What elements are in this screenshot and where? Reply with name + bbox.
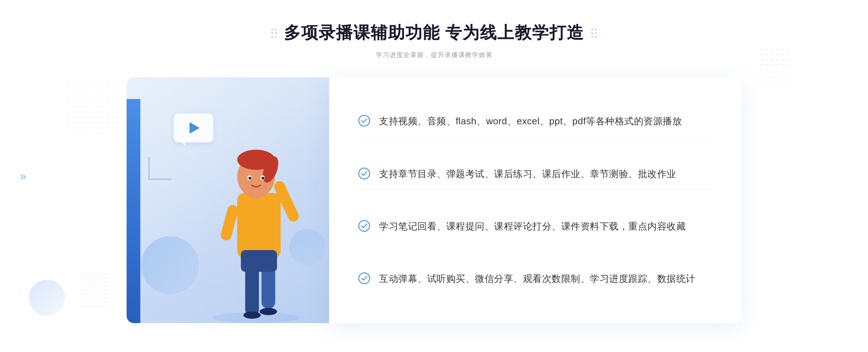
feature-item-1: 支持视频、音频、flash、word、excel、ppt、pdf等各种格式的资源…	[358, 107, 712, 137]
svg-point-18	[359, 168, 370, 179]
svg-point-4	[260, 308, 277, 315]
svg-rect-7	[220, 204, 239, 241]
svg-rect-1	[245, 265, 259, 316]
header-section: 多项录播课辅助功能 专为线上教学打造 学习进度全掌握，提升录播课教学效果	[271, 22, 597, 59]
deco-lines	[148, 157, 174, 182]
deco-circle-large	[141, 236, 199, 294]
content-area: 支持视频、音频、flash、word、excel、ppt、pdf等各种格式的资源…	[127, 77, 741, 323]
title-dots-right	[591, 29, 597, 38]
check-icon-3	[358, 220, 370, 232]
svg-point-13	[248, 177, 251, 180]
title-row: 多项录播课辅助功能 专为线上教学打造	[271, 22, 597, 44]
feature-item-4: 互动弹幕、试听购买、微信分享、观看次数限制、学习进度跟踪、数据统计	[358, 264, 712, 294]
svg-point-20	[359, 273, 370, 284]
svg-point-19	[359, 220, 370, 231]
page-wrapper: » 多项录播课辅助功能 专为线上教学打造 学习进度全掌握，提升录播课教学效果	[0, 0, 868, 352]
right-deco-dots	[760, 47, 788, 69]
feature-text-1: 支持视频、音频、flash、word、excel、ppt、pdf等各种格式的资源…	[379, 114, 682, 129]
sub-title: 学习进度全掌握，提升录播课教学效果	[271, 51, 597, 59]
feature-item-2: 支持章节目录、弹题考试、课后练习、课后作业、章节测验、批改作业	[358, 159, 712, 189]
bg-dots-bottom-left	[80, 272, 109, 309]
main-title: 多项录播课辅助功能 专为线上教学打造	[284, 22, 584, 44]
feature-text-4: 互动弹幕、试听购买、微信分享、观看次数限制、学习进度跟踪、数据统计	[379, 271, 695, 287]
svg-point-15	[261, 177, 264, 180]
bottom-left-deco-circle	[29, 280, 65, 316]
title-dots-left	[271, 29, 277, 38]
feature-text-2: 支持章节目录、弹题考试、课后练习、课后作业、章节测验、批改作业	[379, 167, 676, 182]
left-arrow-decoration: »	[20, 169, 26, 183]
feature-text-3: 学习笔记回看、课程提问、课程评论打分、课件资料下载，重点内容收藏	[379, 219, 686, 234]
person-illustration	[195, 117, 318, 323]
svg-point-17	[359, 115, 370, 126]
check-icon-1	[358, 115, 370, 127]
svg-rect-5	[237, 193, 281, 258]
illustration-card	[127, 77, 336, 323]
svg-point-3	[243, 312, 261, 319]
accent-bar	[127, 99, 140, 323]
check-icon-2	[358, 167, 370, 180]
bg-dots-left	[65, 80, 123, 137]
check-icon-4	[358, 272, 370, 284]
svg-rect-16	[241, 250, 277, 272]
features-panel: 支持视频、音频、flash、word、excel、ppt、pdf等各种格式的资源…	[329, 77, 741, 323]
feature-item-3: 学习笔记回看、课程提问、课程评论打分、课件资料下载，重点内容收藏	[358, 212, 712, 242]
